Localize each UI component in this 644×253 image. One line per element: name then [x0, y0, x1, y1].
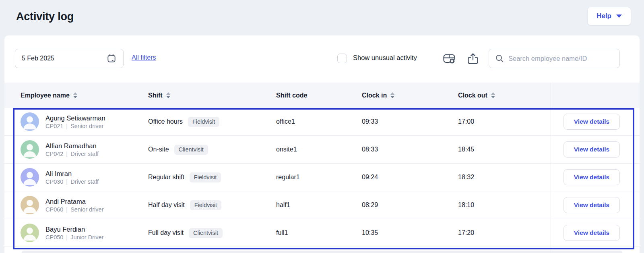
show-unusual-label: Show unusual activity	[353, 54, 417, 62]
separator: |	[66, 178, 68, 185]
column-header-shift[interactable]: Shift	[148, 92, 276, 99]
sort-icon[interactable]	[491, 92, 495, 98]
separator: |	[66, 234, 68, 241]
separator: |	[66, 206, 68, 213]
calendar-icon	[106, 53, 117, 64]
shift-tag: Fieldvisit	[188, 117, 219, 127]
shift-code: half1	[276, 201, 362, 209]
page-title: Activity log	[16, 10, 74, 23]
shift-cell: Regular shift Fieldvisit	[148, 172, 276, 182]
avatar	[21, 196, 39, 214]
column-header-employee-name[interactable]: Employee name	[21, 92, 148, 99]
search-icon	[495, 54, 504, 63]
view-details-button[interactable]: View details	[564, 169, 620, 185]
chevron-down-icon	[616, 15, 622, 18]
separator: |	[66, 123, 68, 129]
shift-cell: Office hours Fieldvisit	[148, 117, 276, 127]
employee-role: Senior driver	[70, 206, 103, 213]
table-row: Bayu Ferdian CP050 | Junior Driver Full …	[4, 219, 640, 247]
column-label: Shift	[148, 92, 163, 99]
action-cell: View details	[551, 197, 640, 213]
table-row: Alfian Ramadhan CP042 | Driver staff On-…	[4, 136, 640, 164]
action-cell: View details	[551, 114, 640, 130]
show-unusual-checkbox[interactable]	[337, 54, 347, 63]
employee-meta: CP021 | Senior driver	[45, 123, 105, 129]
shift-name: Regular shift	[148, 174, 184, 181]
action-cell: View details	[551, 225, 640, 241]
clock-out-value: 17:20	[458, 229, 551, 236]
employee-name: Alfian Ramadhan	[45, 142, 99, 150]
employee-name: Andi Pratama	[45, 198, 103, 205]
column-header-shift-code: Shift code	[276, 92, 362, 99]
employee-cell: Bayu Ferdian CP050 | Junior Driver	[21, 224, 148, 242]
employee-name: Bayu Ferdian	[45, 226, 103, 233]
employee-meta: CP042 | Driver staff	[45, 151, 99, 157]
employee-role: Driver staff	[70, 151, 99, 157]
separator: |	[66, 151, 68, 157]
shift-tag: Fieldvisit	[190, 172, 221, 182]
column-header-clock-in[interactable]: Clock in	[362, 92, 458, 99]
shift-name: Office hours	[148, 118, 183, 125]
avatar	[21, 224, 39, 242]
employee-meta: CP050 | Junior Driver	[45, 234, 103, 241]
table-row: Andi Pratama CP060 | Senior driver Half …	[4, 191, 640, 219]
table-row: Ali Imran CP030 | Driver staff Regular s…	[4, 164, 640, 191]
search-input[interactable]	[508, 55, 614, 62]
employee-id: CP030	[45, 178, 63, 185]
avatar	[21, 112, 39, 131]
employee-cell: Alfian Ramadhan CP042 | Driver staff	[21, 140, 148, 159]
column-label: Shift code	[276, 92, 307, 99]
view-details-button[interactable]: View details	[564, 197, 620, 213]
employee-cell: Ali Imran CP030 | Driver staff	[21, 168, 148, 187]
search-box	[489, 49, 620, 68]
shift-cell: On-site Clientvisit	[148, 145, 276, 155]
clock-out-value: 17:00	[458, 118, 551, 125]
clock-out-value: 18:10	[458, 201, 551, 209]
all-filters-link[interactable]: All filters	[132, 54, 156, 61]
shift-cell: Half day visit Fieldvisit	[148, 200, 276, 210]
table-row: Agung Setiawarman CP021 | Senior driver …	[4, 108, 640, 136]
employee-name: Agung Setiawarman	[45, 114, 105, 122]
column-label: Employee name	[21, 92, 70, 99]
export-button[interactable]	[466, 52, 480, 66]
table-body: Agung Setiawarman CP021 | Senior driver …	[4, 108, 640, 247]
sort-icon[interactable]	[73, 92, 77, 98]
view-details-button[interactable]: View details	[564, 141, 620, 158]
employee-id: CP042	[45, 151, 63, 157]
clock-out-value: 18:45	[458, 146, 551, 153]
help-button[interactable]: Help	[587, 7, 631, 25]
date-picker[interactable]: 5 Feb 2025	[15, 49, 124, 68]
shift-tag: Fieldvisit	[190, 200, 221, 210]
employee-name: Ali Imran	[45, 170, 99, 178]
shift-code: regular1	[276, 174, 362, 181]
view-details-button[interactable]: View details	[564, 114, 620, 130]
clock-in-value: 09:33	[362, 118, 458, 125]
employee-role: Senior driver	[70, 123, 103, 129]
column-label: Clock out	[458, 92, 487, 99]
avatar	[21, 140, 39, 159]
activity-log-page: Activity log Help 5 Feb 2025 All filters	[0, 0, 644, 253]
help-label: Help	[597, 12, 611, 20]
action-cell: View details	[551, 169, 640, 185]
employee-id: CP021	[45, 123, 63, 129]
sort-icon[interactable]	[390, 92, 394, 98]
table-settings-icon	[442, 52, 456, 66]
toolbar: 5 Feb 2025 All filters Show unusual acti…	[4, 49, 640, 68]
clock-in-value: 10:35	[362, 229, 458, 236]
sort-icon[interactable]	[166, 92, 170, 98]
page-header: Activity log Help	[0, 0, 644, 35]
shift-cell: Full day visit Clientvisit	[148, 228, 276, 238]
clock-out-value: 18:32	[458, 174, 551, 181]
column-header-clock-out[interactable]: Clock out	[458, 92, 551, 99]
employee-id: CP050	[45, 234, 63, 241]
table-settings-button[interactable]	[442, 52, 456, 66]
shift-code: full1	[276, 229, 362, 236]
shift-name: On-site	[148, 146, 169, 153]
employee-role: Junior Driver	[70, 234, 103, 241]
view-details-button[interactable]: View details	[564, 225, 620, 241]
shift-name: Half day visit	[148, 201, 185, 209]
table-footer-stub	[21, 251, 623, 253]
shift-code: office1	[276, 118, 362, 125]
clock-in-value: 08:33	[362, 146, 458, 153]
column-label: Clock in	[362, 92, 387, 99]
